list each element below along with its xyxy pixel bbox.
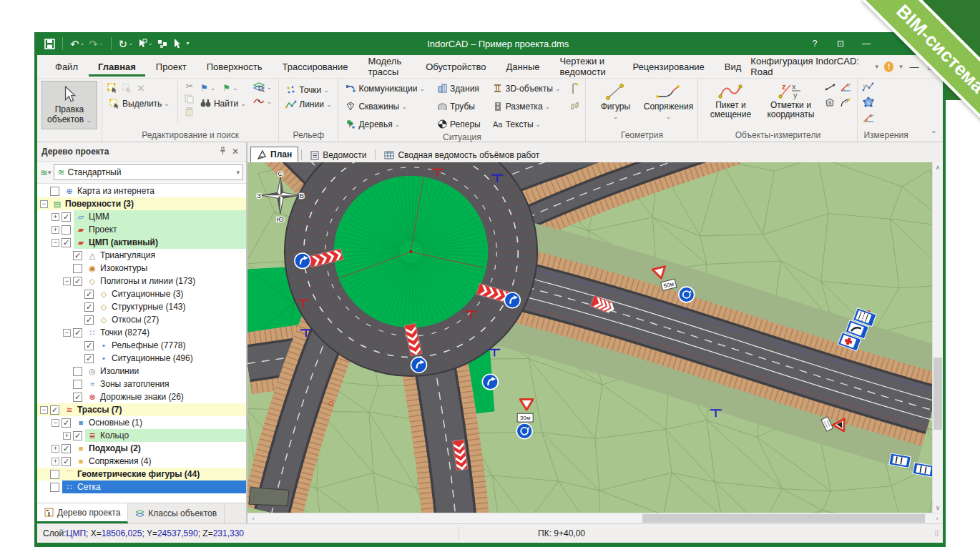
tree-row[interactable]: −✓≋Трассы (7) [37,403,246,416]
direction-sign[interactable] [411,358,427,373]
doc-tab-plan[interactable]: План [250,147,298,162]
tree-row[interactable]: −✓◇Полигоны и линии (173) [37,275,246,287]
communications-button[interactable]: Коммуникации⌄ [343,82,427,94]
tree-checkbox[interactable] [50,483,59,492]
fullscreen-icon[interactable]: ⊡ [833,36,848,51]
flag-start-button[interactable]: ⚑⌄ [198,82,217,94]
measure-angle2-icon[interactable]: α° [862,112,875,125]
ribbon-tab-Обустройство[interactable]: Обустройство [416,57,495,77]
tree-checkbox[interactable]: ✓ [84,290,94,299]
ribbon-tab-Рецензирование[interactable]: Рецензирование [623,57,713,77]
tree-expander[interactable]: − [52,239,59,247]
roundabout-sign[interactable] [679,287,695,302]
cursor-tool-icon[interactable] [172,39,182,49]
tree-row[interactable]: ⌒Геометрические фигуры (44) [37,468,246,481]
tree-checkbox[interactable]: ✓ [62,457,71,466]
figures-button[interactable]: Фигуры⌄ [590,81,640,120]
tree-expander[interactable]: + [52,226,59,234]
ribbon-collapse-icon[interactable]: ⌃ [931,129,937,139]
tree-row[interactable]: ✓△Триангуляция [37,249,246,262]
tree-row[interactable]: ✓◇Откосы (27) [37,313,246,326]
hscroll-thumb[interactable] [642,514,925,523]
tree-checkbox[interactable]: ✓ [84,354,94,363]
ribbon-tab-Файл[interactable]: Файл [46,57,87,77]
tree-checkbox[interactable]: ✓ [62,444,71,453]
cut-icon[interactable]: ✂ [184,81,195,92]
scroll-down-icon[interactable]: ∨ [933,503,943,513]
measure-distance-icon[interactable] [824,82,836,94]
tree-style-combobox[interactable]: ≋ Стандартный ▾ [54,164,243,180]
tree-expander[interactable]: − [63,277,71,285]
warning-icon[interactable]: ! [884,61,893,72]
curve-edit-button[interactable]: ⌄ [251,95,275,107]
tree-row[interactable]: ◎Изолинии [37,365,246,378]
ribbon-tab-Данные[interactable]: Данные [496,57,549,77]
select-add-icon[interactable] [107,83,118,94]
tree-row[interactable]: ◉Изоконтуры [37,262,246,275]
tree-checkbox[interactable] [50,187,59,196]
tree-checkbox[interactable] [73,367,82,376]
warning-dropdown-icon[interactable]: ▾ [899,63,903,70]
measure-radius-icon[interactable] [840,97,851,110]
objects3d-button[interactable]: 3D-объекты⌄ [490,82,563,94]
tree-row[interactable]: −▤Поверхности (3) [37,197,246,210]
measure-area-icon[interactable]: S [824,97,836,110]
pipes-button[interactable]: Трубы [434,100,483,112]
tree-row[interactable]: ∷Сетка [37,481,246,493]
pin-icon[interactable] [216,147,229,157]
benchmarks-button[interactable]: Реперы [434,118,483,130]
tree-row[interactable]: +✓▱ЦММ [37,210,246,223]
vertical-scrollbar[interactable]: ∧ ∨ [932,162,943,513]
tree-checkbox[interactable]: ✓ [84,341,94,350]
copy-icon[interactable] [184,94,195,104]
select-menu-tool-icon[interactable]: ⌄ [137,39,153,49]
panel-tab-classes[interactable]: Классы объектов [128,503,225,523]
ribbon-tab-Трассирование[interactable]: Трассирование [273,57,357,77]
tree-checkbox[interactable] [62,225,71,235]
tree-checkbox[interactable] [73,380,82,389]
filter-visibility-icon[interactable]: ≋▾ [40,167,51,178]
buildings-button[interactable]: Здания [434,82,483,94]
tree-row[interactable]: ✓•Рельефные (7778) [37,339,246,352]
measure-length-icon[interactable]: L [862,82,875,94]
undo-button[interactable]: ↶⌄ [70,39,84,49]
configuration-dropdown-icon[interactable]: ▾ [875,63,878,70]
horizontal-scrollbar[interactable]: ‹ › [248,513,943,523]
minimize-document-icon[interactable]: — [908,61,920,72]
resize-grip[interactable]: ⠿ [934,530,940,538]
trees-button[interactable]: Деревья⌄ [343,118,427,130]
roundabout-sign[interactable] [516,423,532,439]
tree-checkbox[interactable]: ✓ [73,393,82,402]
delete-icon[interactable]: ✕ [135,83,147,94]
tree-row[interactable]: ≈Зоны затопления [37,378,246,390]
ribbon-tab-Модель трассы[interactable]: Модель трассы [359,51,416,82]
tree-row[interactable]: ✓◇Структурные (143) [37,300,246,313]
tree-expander[interactable]: − [40,200,48,208]
tree-checkbox[interactable]: ✓ [62,238,71,247]
tree-checkbox[interactable]: ✓ [73,251,82,260]
texts-button[interactable]: АаТексты⌄ [490,118,563,130]
paste-icon[interactable] [184,107,195,117]
conjugations-button[interactable]: Сопряжения⌄ [643,81,693,120]
tree-checkbox[interactable]: ✓ [73,431,82,440]
tree-expander[interactable]: + [52,213,59,221]
wells-button[interactable]: Скважины⌄ [343,100,427,112]
tree-checkbox[interactable] [50,470,59,479]
close-icon[interactable]: ✕ [229,147,242,157]
streetlight-icon[interactable] [569,83,581,94]
minimize-window-icon[interactable]: — [858,36,874,51]
tree-checkbox[interactable]: ✓ [62,418,71,428]
lines-button[interactable]: Линии⌄ [283,98,333,110]
ribbon-tab-Чертежи и ведомости[interactable]: Чертежи и ведомости [550,51,622,82]
flag-end-button[interactable]: ⚑⌄ [220,82,240,94]
help-icon[interactable]: ? [807,36,823,51]
tree-checkbox[interactable]: ✓ [73,328,82,337]
scroll-left-icon[interactable]: ‹ [248,515,259,522]
points-button[interactable]: Точки⌄ [283,84,333,96]
doc-tab-vedomosti[interactable]: Ведомости [305,148,372,162]
tree-row[interactable]: +✓■Сопряжения (4) [37,455,246,468]
direction-sign[interactable] [504,292,520,308]
marking-button[interactable]: Разметка⌄ [490,100,563,112]
ribbon-tab-Проект[interactable]: Проект [147,57,196,77]
layer-search-button[interactable]: ⌄ [251,81,275,93]
